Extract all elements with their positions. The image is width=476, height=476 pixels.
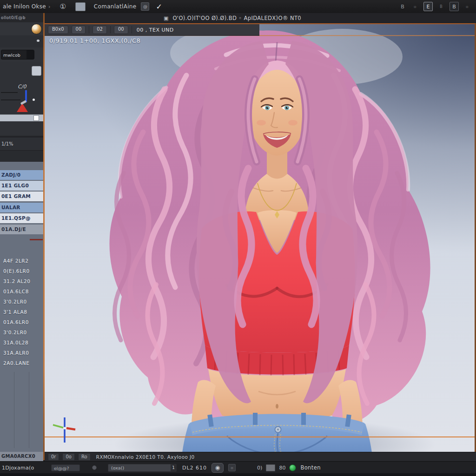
window-icon-6[interactable]: ▫ (463, 2, 471, 11)
range-input[interactable]: (oxa() 1 (108, 464, 177, 472)
red-marker-line (30, 239, 43, 240)
record-icon[interactable]: ◉ (212, 463, 224, 473)
transform-panel: C/0 (0, 62, 43, 136)
outliner-item[interactable]: 0E1 GRAM (0, 192, 43, 201)
stepper-handle[interactable]: 1 (171, 464, 176, 471)
swatch-box[interactable] (266, 464, 275, 471)
viewport-toolbar: B0x0 00 02 00 00 , TEX UND (45, 24, 259, 36)
resolution-value: DL2 610 (182, 465, 207, 471)
range-input-value[interactable]: (oxa() (108, 465, 171, 470)
circle-status-icon[interactable]: ① (60, 3, 66, 10)
red-axis-arrow-icon (17, 103, 28, 112)
dot-icon (37, 40, 40, 42)
title-caret-icon[interactable]: › (48, 4, 50, 10)
window-icon-5[interactable]: B (450, 2, 459, 11)
bottom-bar-label: 1Djoxama(o (2, 465, 46, 471)
sidebar-footer-label: GMA0ARCX0 (0, 452, 43, 461)
viewport-status-bar: 0r 0o Ro RXMOXnnalvio 2X0E10 T0. Axylooo… (45, 452, 476, 462)
view-label: Bonten (300, 464, 321, 471)
dot-icon (92, 465, 97, 470)
value-list-item[interactable]: 01A.6LC8 (0, 286, 43, 297)
window-icon-group: B ▫ E B B ▫ (398, 2, 471, 11)
window-bottom-edge (0, 473, 476, 476)
value-list-item[interactable]: 31.2 AL20 (0, 276, 43, 286)
toolbar-button[interactable]: B0x0 (48, 26, 68, 34)
mode-label[interactable]: ComanlatlAine (94, 3, 137, 10)
swatch-icon[interactable] (32, 66, 41, 76)
section-label: 1/1% (0, 138, 43, 151)
frame-input[interactable]: el@@? (51, 464, 80, 471)
window-icon-1[interactable]: B (398, 2, 407, 11)
status-button[interactable]: 0o (62, 453, 74, 461)
window-icon-4[interactable]: B (437, 2, 445, 11)
outliner-item[interactable]: UALAR (0, 203, 43, 212)
status-button[interactable]: 0r (48, 453, 59, 461)
value-list-item[interactable]: 2A0.LANE (0, 358, 43, 368)
grid-box-icon[interactable]: ▫ (228, 464, 236, 471)
panel-spacer (0, 151, 43, 162)
material-preview-row[interactable] (0, 22, 43, 36)
top-menu-bar: ale Inilon Okse › ① ComanlatlAine @ ✓ B … (0, 0, 476, 13)
window-icon-2[interactable]: ▫ (411, 2, 419, 11)
toolbar-separator (89, 26, 89, 33)
sidebar-button-row: mwlcob (0, 47, 43, 62)
outliner-item[interactable]: 1E1.QSP@ (0, 213, 43, 223)
slider-handle[interactable] (33, 115, 39, 121)
app-title: ale Inilon Okse (3, 3, 46, 10)
sidebar-row[interactable] (0, 35, 43, 48)
panel-divider (29, 372, 29, 448)
toolbar-mode-label[interactable]: 00 , TEX UND (137, 27, 174, 33)
dot-icon (33, 99, 35, 101)
value-list-item[interactable]: 3'0.2LR0 (0, 297, 43, 307)
frame-box-icon[interactable]: ▣ (164, 15, 168, 21)
color-swatch[interactable] (75, 2, 86, 11)
window-icon-3[interactable]: E (423, 2, 433, 11)
value-list-item[interactable]: 3'0.2LR0 (0, 327, 43, 337)
outliner-item[interactable]: ZADJ/0 (0, 170, 43, 180)
status-info-text: RXMOXnnalvio 2X0E10 T0. Axylooo J0 (96, 454, 195, 460)
properties-sidebar: oIlot0/E@b mwlcob C/0 1/1% ZADJ/0 1E1 G (0, 13, 43, 452)
toolbar-separator (110, 26, 111, 33)
value-list-item[interactable]: 31A.0L28 (0, 337, 43, 348)
toolbar-separator (132, 26, 132, 33)
toolbar-button[interactable]: 00 (114, 26, 128, 34)
toolbar-button[interactable]: 00 (72, 26, 86, 34)
viewport-header: ▣ O'O).O)IT'OO Ø).Ø).BD ◦ ApIDALEDX)O® N… (45, 13, 476, 24)
outliner-item[interactable]: 01A.DJ/E (0, 225, 43, 234)
slider-track[interactable] (1, 99, 20, 100)
panel-divider (14, 372, 14, 448)
value-list-item[interactable]: 3'1 ALA8 (0, 307, 43, 317)
render-3d-model (45, 24, 476, 452)
value-list-item[interactable]: 31A.ALR0 (0, 348, 43, 358)
outliner-item[interactable]: 1E1 GLG0 (0, 181, 43, 191)
value-list-item[interactable]: A4F 2LR2 (0, 256, 43, 266)
counter-label: C/0 (18, 84, 26, 90)
jeans (182, 413, 372, 452)
status-button[interactable]: Ro (78, 453, 91, 461)
horizontal-slider[interactable] (0, 114, 43, 121)
timeline-bottom-bar: 1Djoxama(o el@@? (oxa() 1 DL2 610 ◉ ▫ 0)… (0, 461, 476, 474)
viewport-header-text: O'O).O)IT'OO Ø).Ø).BD ◦ ApIDALEDX)O® NT0 (172, 15, 301, 21)
sidebar-header: oIlot0/E@b (0, 13, 43, 22)
value-list-item[interactable]: 0(E).6LR0 (0, 266, 43, 276)
value-list-item[interactable]: 01A.6LR0 (0, 317, 43, 327)
viewport-stats-overlay: 0/919.01 1+00, 1GXX,(0,/C8 (49, 37, 140, 44)
checkmark-icon[interactable]: ✓ (156, 2, 162, 11)
material-name-button[interactable]: mwlcob (1, 50, 34, 60)
counter-value: 0) (257, 465, 262, 471)
viewport-3d[interactable]: B0x0 00 02 00 00 , TEX UND 0/919.01 1+00… (45, 23, 476, 452)
material-sphere-icon[interactable] (31, 24, 42, 34)
toolbar-button[interactable]: 02 (93, 26, 107, 34)
counter-value-2: 80 (279, 465, 285, 471)
green-status-icon (289, 464, 296, 471)
slider-track[interactable] (1, 92, 18, 93)
app-window: ale Inilon Okse › ① ComanlatlAine @ ✓ B … (0, 0, 476, 476)
mode-box-icon[interactable]: @ (141, 2, 149, 11)
panel-splitter[interactable] (43, 13, 45, 460)
